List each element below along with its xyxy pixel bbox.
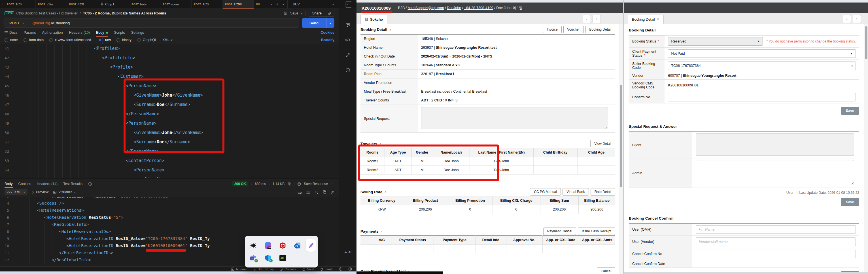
tab-menu-caret-icon[interactable]: ▾ [282,3,284,6]
collapse-icon[interactable]: ∧ [390,28,391,31]
postbot-ai-button[interactable]: AI [344,250,351,254]
save-button[interactable]: Save [841,198,859,206]
preview-button[interactable]: ▷Preview [32,190,49,194]
user-omh-input[interactable] [696,225,856,234]
response-tab-body[interactable]: Body [4,182,13,186]
save-icon[interactable] [283,11,287,15]
line-numbers-icon[interactable] [306,190,310,194]
request-tab[interactable]: POSTTC0 [192,0,223,8]
issue-cash-receipt-button[interactable]: Issue Cash Receipt [578,227,615,235]
body-mode-raw[interactable]: raw [97,36,111,44]
user-vendor-input[interactable] [696,238,856,246]
copy-icon[interactable] [322,190,327,194]
tab-headers[interactable]: Headers(10) [69,31,90,35]
close-icon[interactable]: ✕ [657,18,659,21]
new-tab-button[interactable]: + [276,2,279,7]
request-tab[interactable]: POSTv1/a [36,0,67,8]
body-mode-none[interactable]: none [4,38,18,42]
admin-textarea[interactable] [696,160,854,185]
payment-cancel-button[interactable]: Payment Cancel [543,227,576,235]
collapse-icon[interactable]: ∧ [379,142,381,145]
body-format-selector[interactable]: XML▾ [162,38,172,42]
collapse-icon[interactable]: ∧ [380,230,382,233]
request-tab[interactable]: POSTTC0 [67,0,98,8]
clear-icon[interactable]: × [851,64,853,68]
visualize-button[interactable]: Visualize▾ [53,190,76,194]
outlook-icon[interactable]: O [294,242,301,249]
send-options-caret-icon[interactable]: ▾ [326,18,334,28]
teams-icon[interactable]: T✓ [250,254,257,262]
confirm-no-input[interactable] [668,93,856,101]
request-body-editor[interactable]: 41<Profiles>42<ProfileInfo>43<Profile>44… [0,43,339,178]
save-button[interactable]: Save [841,107,859,115]
related-requests-icon[interactable] [345,52,350,58]
body-mode-graphql[interactable]: GraphQL [137,38,157,42]
response-tab-headers[interactable]: Headers(14) [37,182,58,186]
windows-security-icon[interactable]: ✓ [265,254,272,262]
tab-params[interactable]: Params [24,31,36,35]
view-detail-button[interactable]: View Detail [590,140,615,147]
tab-authorization[interactable]: Authorization [42,31,63,35]
seller-booking-code-input[interactable] [668,61,856,70]
tab-docs[interactable]: Docs [4,31,17,35]
special-request-textarea[interactable] [421,107,608,129]
tab-sokcho[interactable]: Sokcho [361,15,387,24]
scrollbar[interactable] [619,24,623,274]
tab-scroll-left-icon[interactable]: ‹ [0,0,4,8]
response-divider[interactable] [0,178,339,179]
tab-prev-button[interactable]: ‹ [583,15,591,23]
search-icon[interactable] [314,190,318,194]
body-mode-form-data[interactable]: form-data [24,38,44,42]
tab-scroll-right-icon[interactable]: › [271,2,272,6]
tab-booking-detail[interactable]: Booking Detail ✕ [628,15,664,24]
tab-body[interactable]: Body [96,31,108,35]
tab-next-button[interactable]: › [593,15,601,23]
link[interactable]: hotelSupport@trip.com [408,6,444,10]
statusbar-cookies[interactable]: Cookies [279,268,297,271]
client-payment-status-select[interactable]: Not Paid▼ [668,49,856,58]
copilot-365-icon[interactable]: P365 [265,242,272,249]
breadcrumb-collection[interactable]: Ctrip Booking Test Cases - Fix traveller [17,11,78,15]
statusbar-runner[interactable]: Runner [231,268,247,271]
body-mode-x-www-form-urlencoded[interactable]: x-www-form-urlencoded [49,38,91,42]
virtual-bank-button[interactable]: Virtual Bank [562,188,589,195]
rate-detail-button[interactable]: Rate Detail [591,188,615,195]
request-tab[interactable]: POSThote [129,0,160,8]
recall-icon[interactable] [250,242,257,249]
statusbar-vault[interactable]: Vault [302,268,314,271]
tab-prev-button[interactable]: ‹ [843,15,851,23]
panel-toggle-icon[interactable] [348,267,352,271]
send-button[interactable]: Send [302,18,326,28]
environment-quick-look-icon[interactable] [345,1,352,8]
scrollbar[interactable] [864,24,868,274]
share-button[interactable]: Share [309,10,334,17]
link[interactable]: DoeJohn [447,6,461,10]
request-tab[interactable]: POSTTC06 [223,0,254,8]
request-tab[interactable]: PO [254,0,267,8]
mcafee-icon[interactable] [279,242,286,249]
save-response-button[interactable]: Save Response [304,182,328,186]
client-textarea[interactable] [696,133,854,156]
help-icon[interactable]: ? [339,267,343,271]
history-icon[interactable] [88,182,92,186]
url-input[interactable]: POST ▾ {{baseUrl}} /v1/booking [4,18,299,28]
response-tab-cookies[interactable]: Cookies [19,182,31,186]
method-selector[interactable]: POST [5,21,23,25]
copy-link-icon[interactable] [325,10,334,17]
environment-selector[interactable]: DEV ▾ [287,0,339,8]
info-icon[interactable] [345,67,350,73]
cancel-confirm-no-input[interactable] [696,250,856,258]
cancel-button[interactable]: Cancel [597,268,615,274]
beautify-link[interactable]: Beautify [321,38,334,42]
tab-next-button[interactable]: › [853,15,861,23]
statusbar-start-proxy[interactable]: Start Proxy [252,268,274,271]
nvidia-icon[interactable] [279,254,286,262]
link[interactable]: +84-28-7308-4199 [464,6,493,10]
cc-pg-manual-button[interactable]: CC PG Manual [530,188,561,195]
voucher-button[interactable]: Voucher [563,26,584,33]
tab-scripts[interactable]: Scripts [114,31,125,35]
invoice-button[interactable]: Invoice [543,26,562,33]
network-icon[interactable] [287,182,291,186]
request-tab[interactable]: POSTTC0 [4,0,36,8]
cookies-link[interactable]: Cookies [320,31,334,35]
